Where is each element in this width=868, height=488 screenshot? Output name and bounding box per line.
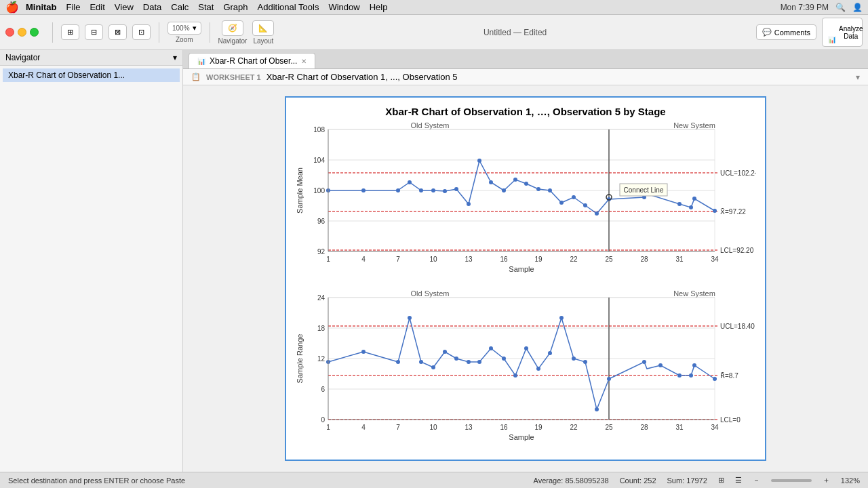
svg-text:22: 22 bbox=[570, 256, 578, 263]
r-pt-11 bbox=[489, 346, 493, 350]
xbar-pt-17 bbox=[559, 201, 564, 205]
lcl-label-bot: LCL=0 bbox=[720, 416, 741, 424]
xbar-pt-18 bbox=[572, 195, 576, 199]
menu-help[interactable]: Help bbox=[370, 2, 388, 12]
navigator-btn[interactable]: 🧭 bbox=[222, 20, 243, 36]
zoom-slider[interactable] bbox=[771, 479, 812, 482]
window-controls[interactable] bbox=[5, 28, 39, 37]
r-pt-32 bbox=[692, 363, 696, 367]
r-pt-19 bbox=[583, 360, 587, 364]
cl-label-top: X̄=97.22 bbox=[720, 208, 746, 216]
r-pt-14 bbox=[524, 346, 528, 350]
xbar-pt-4 bbox=[408, 180, 412, 184]
menu-file[interactable]: File bbox=[66, 2, 81, 12]
zoom-minus-btn[interactable]: － bbox=[753, 475, 760, 485]
toolbar: ⊞ ⊟ ⊠ ⊡ 100% ▾ Zoom 🧭 Navigator 📐 Layout… bbox=[0, 15, 868, 50]
svg-text:34: 34 bbox=[711, 256, 719, 263]
tab-xbar[interactable]: 📊 Xbar-R Chart of Obser... ✕ bbox=[189, 53, 315, 68]
svg-text:4: 4 bbox=[361, 424, 366, 431]
svg-text:18: 18 bbox=[317, 325, 326, 332]
menu-stat[interactable]: Stat bbox=[198, 2, 214, 12]
zoom-plus-btn[interactable]: ＋ bbox=[823, 475, 830, 485]
r-pt-20 bbox=[595, 407, 599, 411]
svg-text:19: 19 bbox=[534, 424, 542, 431]
xbar-pt-11 bbox=[489, 180, 493, 184]
menu-additional-tools[interactable]: Additional Tools bbox=[258, 2, 319, 12]
r-pt-28 bbox=[642, 360, 646, 364]
navigator-section: 🧭 Navigator bbox=[218, 20, 248, 45]
menu-calc[interactable]: Calc bbox=[171, 2, 189, 12]
svg-text:108: 108 bbox=[313, 126, 325, 134]
sidebar-header: Navigator ▾ bbox=[0, 50, 182, 66]
xbar-pt-31 bbox=[689, 205, 693, 209]
worksheet-label: WORKSHEET 1 bbox=[206, 73, 261, 81]
xbar-pt-19 bbox=[583, 203, 587, 207]
svg-text:28: 28 bbox=[640, 256, 648, 263]
layout-btn[interactable]: 📐 bbox=[252, 20, 274, 36]
menu-graph[interactable]: Graph bbox=[223, 2, 248, 12]
toolbar-separator-3 bbox=[210, 22, 210, 43]
xbar-pt-8 bbox=[454, 187, 458, 191]
status-message: Select destination and press ENTER or ch… bbox=[8, 476, 185, 485]
comments-btn[interactable]: 💬 Comments bbox=[756, 24, 816, 40]
chart-title-display: Xbar-R Chart of Observation 1, ..., Obse… bbox=[267, 72, 458, 82]
r-pt-12 bbox=[502, 357, 506, 361]
svg-text:10: 10 bbox=[429, 256, 437, 263]
tab-close-btn[interactable]: ✕ bbox=[301, 58, 307, 65]
svg-text:22: 22 bbox=[570, 424, 578, 431]
menu-window[interactable]: Window bbox=[328, 2, 359, 12]
menu-data[interactable]: Data bbox=[143, 2, 161, 12]
svg-text:1: 1 bbox=[326, 424, 330, 431]
menu-edit[interactable]: Edit bbox=[90, 2, 104, 12]
analyze-data-btn[interactable]: 📊Analyze Data bbox=[822, 18, 863, 47]
new-system-label-top: New System bbox=[673, 123, 715, 129]
average-label: Average: 85.58095238 bbox=[534, 476, 609, 485]
svg-text:96: 96 bbox=[317, 218, 326, 225]
svg-text:4: 4 bbox=[361, 256, 366, 263]
xbar-pt-5 bbox=[419, 188, 423, 192]
chart-box: Xbar-R Chart of Observation 1, …, Observ… bbox=[285, 96, 766, 461]
toolbar-view-1[interactable]: ⊞ bbox=[61, 24, 79, 40]
menu-view[interactable]: View bbox=[115, 2, 134, 12]
r-pt-4 bbox=[408, 316, 412, 320]
apple-menu[interactable]: 🍎 bbox=[5, 1, 19, 14]
toolbar-view-3[interactable]: ⊠ bbox=[108, 24, 127, 40]
svg-text:6: 6 bbox=[321, 386, 325, 393]
tooltip-text: Connect Line bbox=[624, 186, 664, 194]
zoom-input[interactable]: 100% ▾ bbox=[167, 22, 201, 35]
chart-container[interactable]: Xbar-R Chart of Observation 1, …, Observ… bbox=[183, 85, 868, 472]
navigator-label: Navigator bbox=[218, 37, 248, 45]
sidebar-collapse-icon[interactable]: ▾ bbox=[173, 53, 177, 62]
r-pt-21 bbox=[607, 377, 611, 381]
ucl-label-bot: UCL=18.40 bbox=[720, 323, 755, 330]
view-grid-icon[interactable]: ⊞ bbox=[718, 476, 724, 485]
ucl-label-top: UCL=102.24 bbox=[720, 169, 755, 177]
toolbar-view-2[interactable]: ⊟ bbox=[85, 24, 103, 40]
toolbar-separator-2 bbox=[159, 22, 159, 43]
svg-text:7: 7 bbox=[396, 424, 400, 431]
expand-btn[interactable]: ▾ bbox=[856, 73, 860, 82]
count-label: Count: 252 bbox=[620, 476, 656, 485]
toolbar-separator-1 bbox=[52, 22, 53, 43]
sidebar-item-xbar[interactable]: Xbar-R Chart of Observation 1... bbox=[3, 68, 180, 82]
xbar-pt-16 bbox=[548, 188, 552, 192]
xbar-pt-13 bbox=[513, 178, 517, 182]
xbar-pt-32 bbox=[692, 197, 696, 201]
xbar-pt-7 bbox=[443, 189, 447, 193]
sidebar-tree: Xbar-R Chart of Observation 1... bbox=[0, 66, 182, 85]
r-pt-9 bbox=[467, 360, 471, 364]
svg-text:25: 25 bbox=[605, 424, 613, 431]
view-list-icon[interactable]: ☰ bbox=[735, 476, 742, 485]
user-icon[interactable]: 👤 bbox=[852, 3, 863, 12]
svg-text:12: 12 bbox=[317, 355, 326, 363]
svg-text:24: 24 bbox=[317, 294, 326, 302]
svg-text:10: 10 bbox=[429, 424, 437, 431]
svg-text:13: 13 bbox=[465, 256, 473, 263]
r-pt-3 bbox=[396, 360, 400, 364]
svg-text:31: 31 bbox=[675, 256, 684, 263]
toolbar-view-4[interactable]: ⊡ bbox=[132, 24, 151, 40]
svg-text:16: 16 bbox=[500, 256, 508, 263]
lcl-label-top: LCL=92.20 bbox=[720, 247, 754, 254]
search-icon[interactable]: 🔍 bbox=[835, 3, 846, 12]
window-title: Untitled — Edited bbox=[484, 28, 547, 37]
